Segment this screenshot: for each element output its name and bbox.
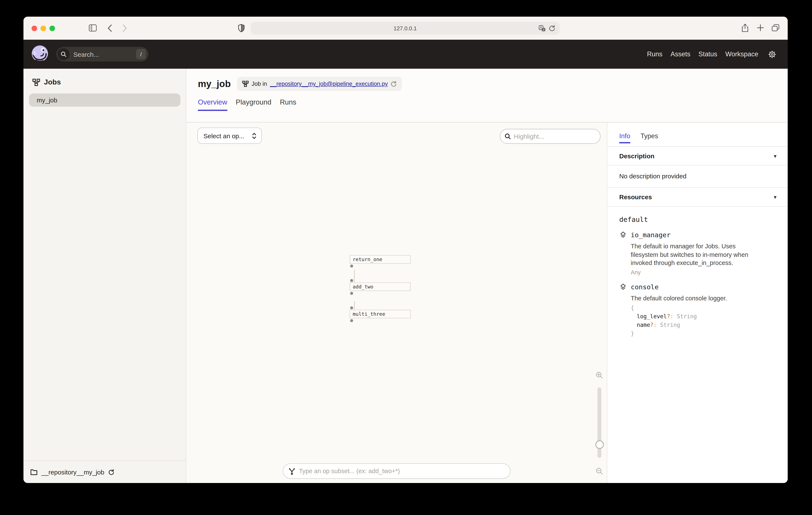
dagster-logo[interactable]: [31, 45, 50, 63]
input-dot[interactable]: [350, 306, 353, 309]
highlight-search-icon: [504, 133, 511, 139]
jobs-header: Jobs: [29, 78, 180, 87]
tab-overview[interactable]: Overview: [198, 98, 227, 110]
breadcrumb-reload-icon[interactable]: [391, 81, 397, 87]
graph-node-multi-three[interactable]: multi_three: [350, 310, 411, 318]
tab-runs[interactable]: Runs: [280, 98, 296, 110]
panel-tabs: Info Types: [607, 123, 788, 147]
resources-body: default io_manager: [607, 207, 788, 347]
config-sep: :: [670, 313, 674, 320]
resources-default-label: default: [619, 215, 776, 223]
tab-info[interactable]: Info: [619, 132, 630, 146]
select-chevrons-icon: [251, 132, 257, 139]
graph-node-return-one[interactable]: return_one: [350, 255, 411, 264]
config-optional: ?: [650, 322, 654, 328]
op-selector-label: Select an op...: [203, 132, 251, 139]
config-brace-open: {: [631, 304, 776, 312]
address-bar[interactable]: 127.0.0.1 A 文: [251, 22, 559, 34]
browser-window: 127.0.0.1 A 文: [24, 17, 788, 483]
folder-icon: [30, 469, 37, 475]
zoom-window-button[interactable]: [50, 26, 55, 31]
resource-io-manager: io_manager The default io manager for Jo…: [619, 231, 776, 276]
new-tab-icon[interactable]: [757, 24, 764, 32]
share-icon[interactable]: [741, 24, 749, 32]
resources-title: Resources: [619, 193, 652, 200]
output-dot[interactable]: [350, 292, 353, 295]
repository-reload-icon[interactable]: [108, 469, 114, 475]
url-text: 127.0.0.1: [394, 25, 417, 31]
zoom-in-icon[interactable]: [596, 372, 603, 379]
tab-overview-icon[interactable]: [772, 24, 780, 32]
input-dot[interactable]: [350, 279, 353, 282]
description-title: Description: [619, 152, 655, 160]
op-selector-dropdown[interactable]: Select an op...: [198, 128, 262, 144]
job-icon: [242, 81, 249, 87]
zoom-out-icon[interactable]: [596, 468, 603, 475]
svg-text:文: 文: [542, 28, 545, 31]
resource-description: The default colored console logger.: [631, 294, 752, 303]
resource-name: console: [631, 283, 659, 291]
resource-layers-icon: [619, 283, 627, 291]
nav-workspace[interactable]: Workspace: [725, 50, 758, 58]
description-empty-text: No description provided: [619, 172, 687, 180]
job-header: my_job Job in __repository__my_job@pip: [186, 69, 788, 123]
tab-playground[interactable]: Playground: [236, 98, 271, 110]
config-sep: :: [654, 322, 657, 328]
settings-gear-icon[interactable]: [767, 50, 777, 59]
output-dot[interactable]: [350, 319, 353, 322]
back-button[interactable]: [108, 24, 112, 32]
graph-node-add-two[interactable]: add_two: [350, 282, 411, 291]
op-subset-box[interactable]: [283, 463, 511, 479]
translate-icon[interactable]: A 文: [539, 25, 546, 31]
resource-type: Any: [631, 269, 776, 276]
breadcrumb-prefix: Job in: [252, 81, 267, 87]
reload-icon[interactable]: [549, 25, 555, 32]
graph-edge: [354, 270, 355, 282]
highlight-input[interactable]: [514, 133, 599, 140]
config-field: name?: String: [631, 321, 776, 329]
top-nav: Runs Assets Status Workspace: [647, 50, 758, 58]
tab-types[interactable]: Types: [641, 132, 658, 146]
browser-toolbar: 127.0.0.1 A 文: [24, 17, 788, 40]
search-shortcut-badge: /: [136, 49, 146, 59]
config-brace-close: }: [631, 330, 776, 338]
sidebar-toggle-icon[interactable]: [89, 24, 97, 32]
config-key: log_level: [637, 313, 667, 320]
chevron-down-icon: ▼: [773, 154, 778, 159]
repository-footer[interactable]: __repository__my_job: [24, 460, 186, 483]
resource-layers-icon: [619, 231, 627, 239]
info-panel: Info Types Description ▼ No description …: [607, 123, 788, 483]
op-subset-graph-icon: [288, 467, 295, 475]
output-dot[interactable]: [350, 265, 353, 268]
description-section-header[interactable]: Description ▼: [607, 147, 788, 166]
nav-runs[interactable]: Runs: [647, 50, 662, 58]
jobs-sidebar: Jobs my_job __repository__my_job: [24, 69, 186, 483]
breadcrumb-repo-link[interactable]: __repository__my_job@pipeline_execution.…: [270, 81, 388, 87]
global-search[interactable]: Search... /: [56, 47, 148, 61]
sidebar-item-my-job[interactable]: my_job: [29, 93, 180, 107]
config-schema: { log_level?: String name?: String: [631, 304, 776, 338]
traffic-lights: [32, 26, 55, 31]
highlight-search[interactable]: [500, 129, 601, 144]
resource-description: The default io manager for Jobs. Uses fi…: [631, 242, 752, 268]
search-icon: [58, 48, 69, 60]
zoom-slider-thumb[interactable]: [596, 440, 604, 449]
forward-button[interactable]: [122, 24, 127, 32]
config-key: name: [637, 322, 650, 328]
minimize-window-button[interactable]: [40, 26, 46, 31]
op-subset-input[interactable]: [299, 468, 505, 475]
app-header: Search... / Runs Assets Status Workspace: [24, 40, 788, 69]
resource-name: io_manager: [631, 231, 671, 239]
privacy-shield-icon[interactable]: [238, 24, 245, 32]
resources-section-header[interactable]: Resources ▼: [607, 188, 788, 207]
chevron-down-icon: ▼: [773, 194, 778, 199]
nav-assets[interactable]: Assets: [671, 50, 691, 58]
config-optional: ?: [667, 313, 670, 320]
search-placeholder: Search...: [74, 51, 99, 58]
repository-name: __repository__my_job: [41, 468, 104, 476]
config-field: log_level?: String: [631, 312, 776, 321]
op-graph-pane[interactable]: Select an op...: [186, 123, 607, 483]
close-window-button[interactable]: [32, 26, 37, 31]
config-type: String: [677, 313, 697, 320]
nav-status[interactable]: Status: [699, 50, 717, 58]
